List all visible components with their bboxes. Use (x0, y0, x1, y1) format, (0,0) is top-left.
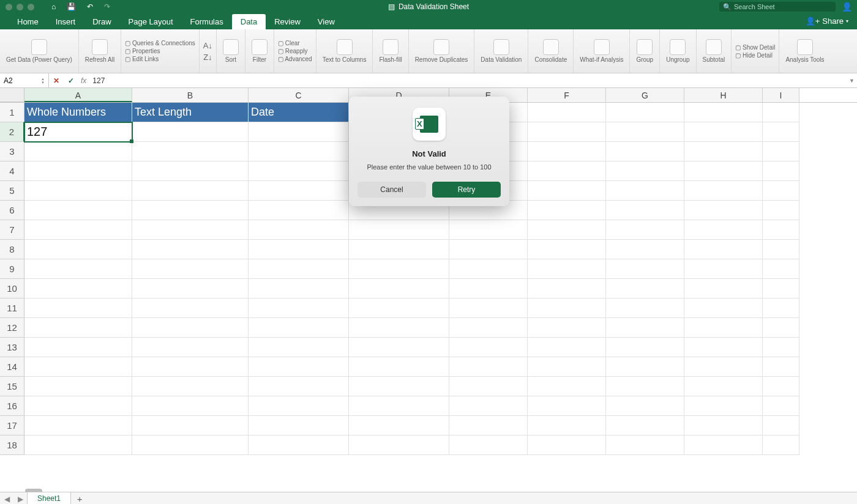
cell[interactable] (249, 377, 349, 396)
cell[interactable] (132, 161, 249, 181)
cell[interactable] (24, 181, 132, 201)
cell[interactable] (132, 220, 249, 240)
cell[interactable] (24, 259, 132, 279)
row-header[interactable]: 10 (0, 279, 24, 298)
ungroup-button[interactable]: Ungroup (660, 29, 696, 73)
cell[interactable] (349, 259, 449, 279)
cell[interactable] (449, 298, 528, 318)
row-header[interactable]: 9 (0, 259, 24, 279)
cell[interactable] (684, 279, 763, 298)
maximize-window-icon[interactable] (28, 4, 34, 10)
cell[interactable] (684, 142, 763, 161)
cell[interactable] (528, 201, 606, 220)
cell[interactable] (763, 259, 799, 279)
consolidate-button[interactable]: Consolidate (528, 29, 574, 73)
row-header[interactable]: 4 (0, 161, 24, 181)
cell[interactable] (528, 103, 606, 122)
cell[interactable] (528, 298, 606, 318)
cell[interactable] (606, 298, 684, 318)
cell[interactable] (449, 220, 528, 240)
cell[interactable] (606, 357, 684, 377)
cell[interactable] (606, 201, 684, 220)
next-sheet-button[interactable]: ▶ (13, 495, 27, 503)
name-box[interactable]: A2 ▲▼ (0, 73, 49, 87)
row-header[interactable]: 12 (0, 318, 24, 338)
cell[interactable] (606, 377, 684, 396)
cell[interactable] (763, 122, 799, 142)
cell[interactable] (24, 240, 132, 259)
cell[interactable] (684, 161, 763, 181)
row-header[interactable]: 14 (0, 357, 24, 377)
cell[interactable] (349, 377, 449, 396)
cell[interactable] (349, 338, 449, 357)
cell[interactable] (606, 181, 684, 201)
cell[interactable] (349, 396, 449, 416)
cell[interactable] (24, 416, 132, 435)
add-sheet-button[interactable]: + (71, 494, 88, 504)
cell[interactable] (763, 435, 799, 455)
cell[interactable] (249, 259, 349, 279)
row-header[interactable]: 15 (0, 377, 24, 396)
cell[interactable] (349, 279, 449, 298)
close-window-icon[interactable] (6, 4, 12, 10)
analysis-tools-button[interactable]: Analysis Tools (779, 29, 830, 73)
cell[interactable] (528, 161, 606, 181)
tab-data[interactable]: Data (232, 14, 266, 29)
cell[interactable] (249, 416, 349, 435)
cell[interactable] (249, 435, 349, 455)
cell[interactable] (132, 298, 249, 318)
row-header[interactable]: 13 (0, 338, 24, 357)
cell[interactable] (449, 435, 528, 455)
cell[interactable] (763, 416, 799, 435)
cell[interactable] (132, 240, 249, 259)
cell[interactable] (684, 435, 763, 455)
cell[interactable] (684, 357, 763, 377)
sort-asc-icon[interactable]: A↓ (203, 41, 212, 50)
cell[interactable] (684, 122, 763, 142)
cell[interactable] (24, 396, 132, 416)
cell[interactable] (684, 298, 763, 318)
row-header[interactable]: 3 (0, 142, 24, 161)
cell[interactable] (528, 279, 606, 298)
cell[interactable] (763, 396, 799, 416)
subtotal-button[interactable]: Subtotal (697, 29, 732, 73)
cell[interactable] (24, 318, 132, 338)
share-button[interactable]: 👤+ Share ▾ (806, 17, 848, 26)
save-icon[interactable]: 💾 (67, 2, 76, 11)
cell[interactable] (606, 279, 684, 298)
cell[interactable] (684, 259, 763, 279)
horizontal-scrollbar[interactable] (25, 489, 42, 492)
tab-home[interactable]: Home (9, 14, 47, 29)
cell[interactable] (349, 240, 449, 259)
cell[interactable] (763, 201, 799, 220)
cell[interactable] (528, 357, 606, 377)
cell[interactable] (606, 318, 684, 338)
window-controls[interactable] (6, 4, 34, 10)
cell[interactable] (528, 338, 606, 357)
cell[interactable] (249, 161, 349, 181)
cell[interactable] (684, 220, 763, 240)
tab-review[interactable]: Review (266, 14, 309, 29)
cell[interactable] (249, 279, 349, 298)
what-if-button[interactable]: What-if Analysis (574, 29, 630, 73)
queries-button[interactable]: ▢ Queries & Connections (125, 40, 195, 46)
prev-sheet-button[interactable]: ◀ (0, 495, 13, 503)
cell[interactable]: Whole Numbers (24, 103, 132, 122)
retry-button[interactable]: Retry (432, 182, 501, 198)
cell[interactable] (763, 161, 799, 181)
cell[interactable] (763, 279, 799, 298)
cell[interactable] (606, 240, 684, 259)
tab-draw[interactable]: Draw (84, 14, 119, 29)
cell[interactable] (24, 338, 132, 357)
cell[interactable] (24, 161, 132, 181)
cell[interactable] (249, 318, 349, 338)
cell[interactable] (132, 435, 249, 455)
row-header[interactable]: 17 (0, 416, 24, 435)
home-icon[interactable]: ⌂ (51, 2, 56, 11)
row-header[interactable]: 11 (0, 298, 24, 318)
formula-input[interactable]: 127 (89, 76, 857, 85)
fx-icon[interactable]: fx (81, 76, 86, 85)
show-detail-button[interactable]: ▢ Show Detail (735, 44, 775, 51)
cell[interactable] (349, 416, 449, 435)
cell[interactable] (763, 298, 799, 318)
